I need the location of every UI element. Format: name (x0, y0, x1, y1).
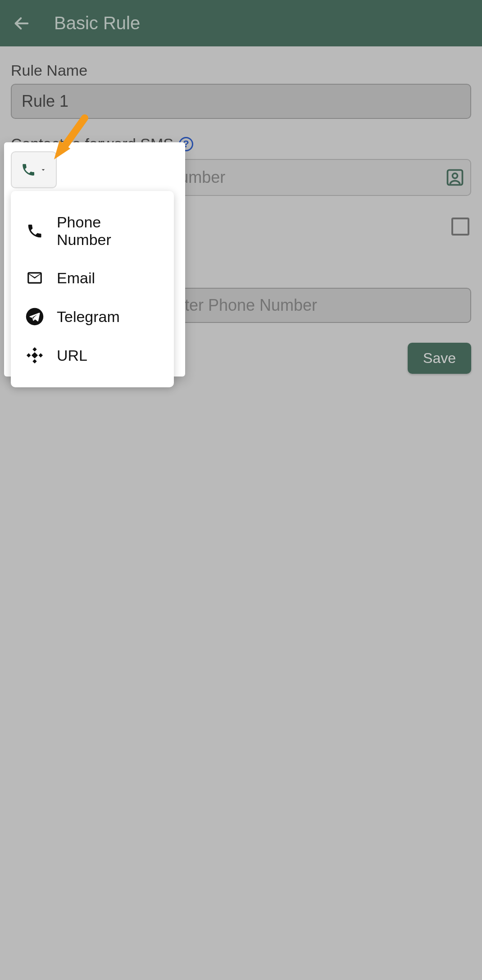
svg-point-3 (26, 308, 44, 326)
menu-item-label: Phone Number (57, 213, 159, 249)
email-icon (25, 268, 44, 287)
svg-rect-8 (32, 352, 38, 358)
menu-item-phone-number[interactable]: Phone Number (11, 204, 174, 259)
menu-item-telegram[interactable]: Telegram (11, 297, 174, 336)
save-button[interactable]: Save (408, 343, 471, 374)
rule-name-input[interactable] (11, 84, 471, 119)
option-checkbox[interactable] (451, 218, 469, 236)
contact-picker-button[interactable] (445, 168, 465, 187)
svg-rect-5 (32, 359, 36, 363)
phone-icon (25, 222, 44, 240)
phone-icon (21, 162, 36, 177)
svg-rect-4 (32, 347, 36, 351)
menu-item-label: URL (57, 347, 87, 364)
contact-card-icon (445, 168, 465, 187)
menu-item-email[interactable]: Email (11, 259, 174, 297)
svg-rect-7 (39, 353, 43, 357)
contact-type-button[interactable] (11, 151, 57, 188)
svg-point-2 (453, 173, 458, 178)
back-button[interactable] (11, 13, 32, 34)
svg-rect-6 (27, 353, 31, 357)
app-header: Basic Rule (0, 0, 482, 46)
menu-item-label: Email (57, 269, 95, 287)
contact-type-dropdown: Phone Number Email Telegram URL (11, 191, 174, 387)
rule-name-label: Rule Name (11, 62, 471, 79)
chevron-down-icon (40, 166, 47, 173)
arrow-left-icon (13, 14, 31, 32)
page-title: Basic Rule (54, 13, 140, 33)
telegram-icon (25, 307, 44, 326)
menu-item-url[interactable]: URL (11, 336, 174, 375)
menu-item-label: Telegram (57, 308, 120, 326)
api-icon (25, 346, 44, 365)
